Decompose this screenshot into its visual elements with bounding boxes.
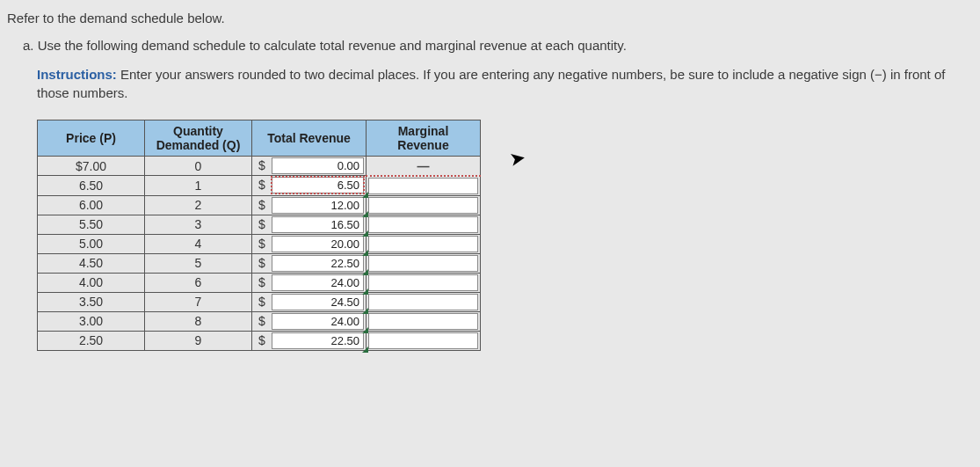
currency-symbol: $: [252, 274, 272, 292]
header-qty-line2: Demanded (Q): [156, 138, 241, 152]
marginal-revenue-input[interactable]: [368, 255, 478, 272]
total-revenue-cell: $24.00: [252, 273, 367, 292]
total-revenue-cell: $22.50: [252, 253, 367, 273]
total-revenue-input[interactable]: 20.00: [272, 236, 364, 252]
marginal-revenue-input[interactable]: [368, 236, 478, 252]
currency-symbol: $: [252, 332, 272, 350]
currency-symbol: $: [252, 254, 272, 273]
fill-handle-icon[interactable]: [362, 250, 368, 256]
table-row: 3.507$24.50: [38, 292, 481, 311]
marginal-revenue-cell: [367, 215, 481, 234]
marginal-revenue-cell: [367, 253, 481, 273]
price-cell: 5.00: [38, 234, 145, 253]
total-revenue-cell: $6.50: [252, 176, 367, 196]
total-revenue-cell: $24.00: [252, 311, 367, 331]
table-header-row: Price (P) Quantity Demanded (Q) Total Re…: [38, 120, 481, 157]
quantity-cell: 9: [145, 331, 252, 350]
price-cell: 4.00: [38, 273, 145, 292]
instructions-label: Instructions:: [37, 67, 117, 82]
quantity-cell: 6: [145, 273, 252, 292]
demand-schedule-table: Price (P) Quantity Demanded (Q) Total Re…: [37, 120, 481, 351]
marginal-revenue-cell: [367, 292, 481, 311]
total-revenue-input[interactable]: 16.50: [272, 216, 364, 233]
header-quantity: Quantity Demanded (Q): [145, 120, 252, 157]
marginal-revenue-input[interactable]: [368, 178, 478, 194]
marginal-revenue-cell: [367, 234, 481, 253]
intro-text: Refer to the demand schedule below.: [7, 11, 973, 26]
fill-handle-icon[interactable]: [362, 230, 368, 237]
quantity-cell: 3: [145, 215, 252, 234]
price-cell: 6.00: [38, 195, 145, 215]
table-row: 5.004$20.00: [38, 234, 481, 253]
fill-handle-icon[interactable]: [362, 347, 368, 353]
total-revenue-cell: $24.50: [252, 292, 367, 311]
total-revenue-input[interactable]: 24.50: [272, 294, 364, 310]
instructions-body: Enter your answers rounded to two decima…: [37, 67, 945, 100]
price-cell: 2.50: [38, 331, 145, 350]
currency-symbol: $: [252, 215, 272, 234]
total-revenue-input[interactable]: 24.00: [272, 313, 364, 330]
table-row: 6.501$6.50: [38, 176, 481, 196]
part-a-text: a. Use the following demand schedule to …: [7, 38, 973, 53]
quantity-cell: 7: [145, 292, 252, 311]
header-price: Price (P): [38, 120, 145, 157]
currency-symbol: $: [252, 312, 272, 331]
fill-handle-icon[interactable]: [362, 308, 368, 314]
header-marginal-revenue: Marginal Revenue: [367, 120, 481, 157]
quantity-cell: 2: [145, 195, 252, 215]
table-row: 6.002$12.00: [38, 195, 481, 215]
price-cell: 4.50: [38, 253, 145, 273]
total-revenue-input[interactable]: 22.50: [272, 332, 364, 349]
total-revenue-input[interactable]: 6.50: [272, 177, 364, 193]
marginal-revenue-cell: [367, 311, 481, 331]
total-revenue-input[interactable]: 24.00: [272, 274, 364, 291]
marginal-revenue-cell: [367, 331, 481, 350]
total-revenue-input[interactable]: 12.00: [272, 197, 364, 214]
currency-symbol: $: [252, 196, 272, 215]
fill-handle-icon[interactable]: [362, 269, 368, 275]
total-revenue-cell: $16.50: [252, 215, 367, 234]
currency-symbol: $: [252, 235, 272, 253]
price-cell: $7.00: [38, 157, 145, 176]
fill-handle-icon[interactable]: [362, 327, 368, 333]
price-cell: 6.50: [38, 176, 145, 196]
table-row: $7.000$0.00—: [38, 157, 481, 176]
marginal-revenue-input[interactable]: [368, 274, 478, 291]
marginal-revenue-cell: [367, 273, 481, 292]
table-row: 4.505$22.50: [38, 253, 481, 273]
header-total-revenue: Total Revenue: [252, 120, 367, 157]
fill-handle-icon[interactable]: [362, 211, 368, 217]
total-revenue-input[interactable]: 22.50: [272, 255, 364, 272]
table-row: 3.008$24.00: [38, 311, 481, 331]
table-row: 5.503$16.50: [38, 215, 481, 234]
cursor-icon: ➤: [508, 147, 527, 172]
mr-dash: —: [367, 158, 480, 173]
marginal-revenue-input[interactable]: [368, 197, 478, 214]
table-row: 2.509$22.50: [38, 331, 481, 350]
total-revenue-cell: $0.00: [252, 157, 367, 176]
quantity-cell: 5: [145, 253, 252, 273]
total-revenue-input[interactable]: 0.00: [272, 157, 364, 174]
instructions: Instructions: Enter your answers rounded…: [7, 65, 973, 102]
total-revenue-cell: $22.50: [252, 331, 367, 350]
total-revenue-cell: $12.00: [252, 195, 367, 215]
table-row: 4.006$24.00: [38, 273, 481, 292]
header-qty-line1: Quantity: [173, 124, 223, 138]
currency-symbol: $: [252, 176, 272, 195]
fill-handle-icon[interactable]: [362, 192, 368, 198]
marginal-revenue-cell: [367, 176, 481, 196]
quantity-cell: 4: [145, 234, 252, 253]
quantity-cell: 0: [145, 157, 252, 176]
price-cell: 3.00: [38, 311, 145, 331]
total-revenue-cell: $20.00: [252, 234, 367, 253]
marginal-revenue-input[interactable]: [368, 332, 478, 349]
marginal-revenue-input[interactable]: [368, 313, 478, 330]
marginal-revenue-input[interactable]: [368, 294, 478, 310]
quantity-cell: 8: [145, 311, 252, 331]
currency-symbol: $: [252, 157, 272, 175]
marginal-revenue-input[interactable]: [368, 216, 478, 233]
marginal-revenue-cell: —: [367, 157, 481, 176]
quantity-cell: 1: [145, 176, 252, 196]
fill-handle-icon[interactable]: [362, 288, 368, 295]
marginal-revenue-cell: [367, 195, 481, 215]
